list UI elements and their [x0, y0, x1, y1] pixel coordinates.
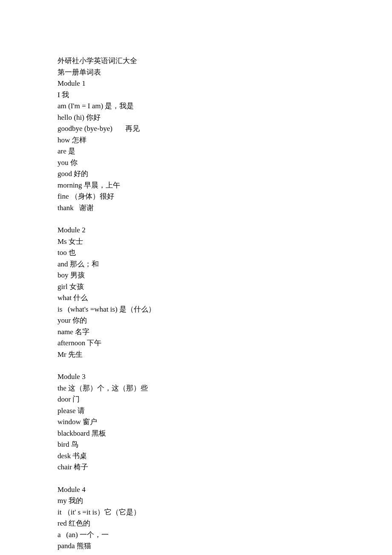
- vocab-entry: please 请: [58, 405, 334, 417]
- vocab-entry: the 这（那）个，这（那）些: [58, 383, 334, 394]
- vocab-entry: Ms 女士: [58, 236, 334, 248]
- vocab-entry: afternoon 下午: [58, 338, 334, 349]
- module-header: Module 3: [58, 371, 334, 383]
- section-spacer: [58, 473, 334, 484]
- vocab-entry: thank 谢谢: [58, 202, 334, 214]
- vocab-entry: how 怎样: [58, 135, 334, 146]
- vocab-entry: is (what's =what is) 是（什么）: [58, 304, 334, 315]
- vocab-entry: am (I'm = I am) 是，我是: [58, 101, 334, 112]
- document-page: 外研社小学英语词汇大全 第一册单词表 Module 1 I 我 am (I'm …: [0, 0, 334, 552]
- vocab-entry: door 门: [58, 394, 334, 405]
- section-spacer: [58, 214, 334, 225]
- vocab-entry: desk 书桌: [58, 451, 334, 462]
- vocab-entry: Mr 先生: [58, 349, 334, 361]
- vocab-entry: hello (hi) 你好: [58, 112, 334, 124]
- vocab-entry: panda 熊猫: [58, 541, 334, 552]
- vocab-entry: and 那么；和: [58, 259, 334, 270]
- module-header: Module 1: [58, 78, 334, 90]
- vocab-entry: window 窗户: [58, 416, 334, 428]
- vocab-entry: fine （身体）很好: [58, 191, 334, 202]
- vocab-entry: good 好的: [58, 168, 334, 180]
- vocab-entry: are 是: [58, 146, 334, 157]
- vocab-entry: your 你的: [58, 315, 334, 327]
- vocab-entry: a (an) 一个，一: [58, 529, 334, 541]
- document-subtitle: 第一册单词表: [58, 67, 334, 78]
- vocab-entry: I 我: [58, 90, 334, 101]
- vocab-entry: name 名字: [58, 327, 334, 338]
- vocab-entry: bird 鸟: [58, 439, 334, 451]
- vocab-entry: girl 女孩: [58, 281, 334, 293]
- module-header: Module 2: [58, 225, 334, 236]
- vocab-entry: morning 早晨，上午: [58, 180, 334, 191]
- section-spacer: [58, 360, 334, 371]
- vocab-entry: what 什么: [58, 292, 334, 304]
- vocab-entry: my 我的: [58, 495, 334, 507]
- vocab-entry: it （it' s =it is）它（它是）: [58, 507, 334, 518]
- vocab-entry: red 红色的: [58, 518, 334, 529]
- vocab-entry: blackboard 黑板: [58, 428, 334, 439]
- vocab-entry: boy 男孩: [58, 270, 334, 281]
- vocab-entry: goodbye (bye-bye) 再见: [58, 123, 334, 135]
- vocab-entry: chair 椅子: [58, 462, 334, 473]
- vocab-entry: you 你: [58, 157, 334, 169]
- vocab-entry: too 也: [58, 247, 334, 259]
- module-header: Module 4: [58, 484, 334, 496]
- document-title: 外研社小学英语词汇大全: [58, 55, 334, 67]
